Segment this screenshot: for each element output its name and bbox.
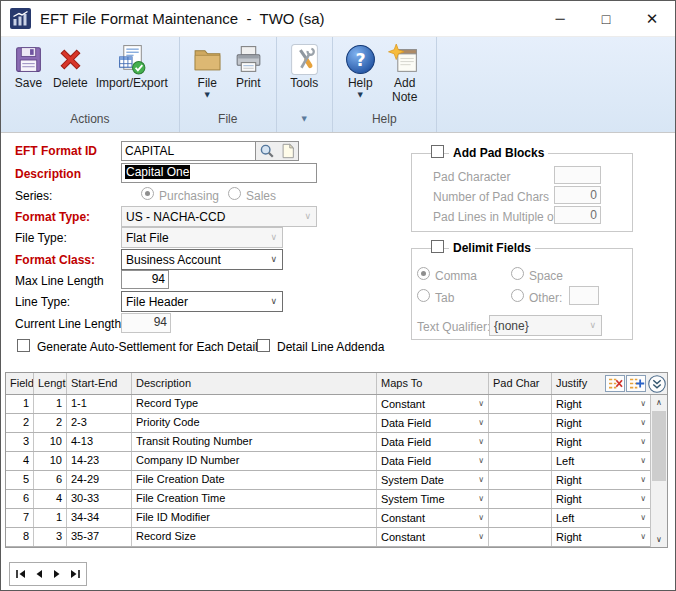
cell-start-end[interactable]: 34-34 <box>67 509 132 527</box>
chevron-down-icon: ∨ <box>270 255 282 264</box>
cell-pad-char[interactable] <box>489 395 552 413</box>
cell-length[interactable]: 10 <box>34 433 67 451</box>
scroll-up-button[interactable]: ∧ <box>651 395 667 410</box>
tools-button[interactable]: Tools <box>284 42 325 92</box>
line-type-dropdown[interactable]: File Header∨ <box>121 291 283 312</box>
delete-button[interactable]: Delete <box>49 42 92 92</box>
maps-to-dropdown[interactable]: Data Field∨ <box>377 452 489 470</box>
delimit-fields-checkbox[interactable] <box>431 240 444 253</box>
maps-to-value: Data Field <box>381 453 431 470</box>
maps-to-dropdown[interactable]: Constant∨ <box>377 395 489 413</box>
cell-description[interactable]: File Creation Date <box>132 471 377 489</box>
eft-format-id-input[interactable]: CAPITAL <box>122 142 256 160</box>
save-button[interactable]: Save <box>8 42 49 92</box>
format-class-dropdown[interactable]: Business Account∨ <box>121 249 283 270</box>
justify-value: Right <box>556 529 582 546</box>
cell-start-end[interactable]: 35-37 <box>67 528 132 546</box>
cell-length[interactable]: 3 <box>34 528 67 546</box>
cell-field[interactable]: 5 <box>6 471 34 489</box>
expand-rows-button[interactable] <box>648 375 666 393</box>
cell-pad-char[interactable] <box>489 452 552 470</box>
cell-field[interactable]: 8 <box>6 528 34 546</box>
scrollbar-thumb[interactable] <box>652 411 666 481</box>
cell-field[interactable]: 4 <box>6 452 34 470</box>
cell-length[interactable]: 4 <box>34 490 67 508</box>
cell-length[interactable]: 1 <box>34 509 67 527</box>
ribbon-group-label-tools[interactable]: ▼ <box>277 113 332 132</box>
cell-pad-char[interactable] <box>489 433 552 451</box>
maximize-button[interactable]: □ <box>583 1 629 36</box>
maps-to-dropdown[interactable]: Data Field∨ <box>377 433 489 451</box>
cell-field[interactable]: 6 <box>6 490 34 508</box>
last-record-button[interactable] <box>68 568 82 580</box>
delete-row-icon <box>607 377 624 390</box>
import-export-button[interactable]: Import/Export <box>92 42 172 92</box>
cell-pad-char[interactable] <box>489 509 552 527</box>
justify-dropdown[interactable]: Left∨ <box>552 452 650 470</box>
detail-line-addenda-checkbox[interactable] <box>257 339 270 352</box>
cell-description[interactable]: Company ID Number <box>132 452 377 470</box>
close-button[interactable]: ✕ <box>629 1 675 36</box>
cell-field[interactable]: 3 <box>6 433 34 451</box>
help-button[interactable]: ? Help ▼ <box>340 42 381 100</box>
max-line-length-input[interactable]: 94 <box>121 270 169 289</box>
delimit-fields-label: Delimit Fields <box>449 241 535 255</box>
maps-to-dropdown[interactable]: Data Field∨ <box>377 414 489 432</box>
cell-description[interactable]: Priority Code <box>132 414 377 432</box>
maps-to-dropdown[interactable]: System Date∨ <box>377 471 489 489</box>
justify-dropdown[interactable]: Right∨ <box>552 433 650 451</box>
cell-description[interactable]: Record Type <box>132 395 377 413</box>
cell-start-end[interactable]: 24-29 <box>67 471 132 489</box>
maps-to-dropdown[interactable]: Constant∨ <box>377 528 489 546</box>
add-note-button[interactable]: Add Note <box>381 42 429 106</box>
next-record-button[interactable] <box>50 568 64 580</box>
cell-pad-char[interactable] <box>489 490 552 508</box>
cell-start-end[interactable]: 1-1 <box>67 395 132 413</box>
cell-pad-char[interactable] <box>489 471 552 489</box>
justify-dropdown[interactable]: Left∨ <box>552 509 650 527</box>
format-class-value: Business Account <box>126 253 221 267</box>
previous-record-button[interactable] <box>32 568 46 580</box>
note-button[interactable] <box>277 142 298 160</box>
minimize-button[interactable]: ─ <box>537 1 583 36</box>
cell-start-end[interactable]: 2-3 <box>67 414 132 432</box>
print-button[interactable]: Print <box>228 42 269 92</box>
maps-to-dropdown[interactable]: Constant∨ <box>377 509 489 527</box>
justify-dropdown[interactable]: Right∨ <box>552 471 650 489</box>
cell-start-end[interactable]: 30-33 <box>67 490 132 508</box>
chevron-down-icon: ∨ <box>478 400 488 408</box>
maps-to-dropdown[interactable]: System Time∨ <box>377 490 489 508</box>
first-record-button[interactable] <box>14 568 28 580</box>
justify-dropdown[interactable]: Right∨ <box>552 528 650 546</box>
cell-description[interactable]: File Creation Time <box>132 490 377 508</box>
delete-button-label: Delete <box>53 77 88 91</box>
insert-row-button[interactable] <box>626 375 646 392</box>
cell-start-end[interactable]: 4-13 <box>67 433 132 451</box>
cell-length[interactable]: 6 <box>34 471 67 489</box>
cell-pad-char[interactable] <box>489 528 552 546</box>
justify-dropdown[interactable]: Right∨ <box>552 490 650 508</box>
delimiter-space-label: Space <box>529 269 563 283</box>
cell-length[interactable]: 10 <box>34 452 67 470</box>
cell-field[interactable]: 1 <box>6 395 34 413</box>
cell-field[interactable]: 2 <box>6 414 34 432</box>
grid-scrollbar[interactable]: ∧ ∨ <box>650 395 667 547</box>
cell-description[interactable]: Record Size <box>132 528 377 546</box>
justify-dropdown[interactable]: Right∨ <box>552 395 650 413</box>
generate-auto-settlement-checkbox[interactable] <box>17 339 30 352</box>
add-pad-blocks-checkbox[interactable] <box>431 145 444 158</box>
cell-pad-char[interactable] <box>489 414 552 432</box>
justify-dropdown[interactable]: Right∨ <box>552 414 650 432</box>
file-button[interactable]: File ▼ <box>187 42 228 100</box>
lookup-button[interactable] <box>256 142 277 160</box>
delete-row-button[interactable] <box>605 375 625 392</box>
delimiter-space-radio <box>511 267 524 280</box>
description-input[interactable]: Capital One <box>121 163 317 183</box>
cell-field[interactable]: 7 <box>6 509 34 527</box>
cell-length[interactable]: 2 <box>34 414 67 432</box>
cell-description[interactable]: File ID Modifier <box>132 509 377 527</box>
cell-start-end[interactable]: 14-23 <box>67 452 132 470</box>
scroll-down-button[interactable]: ∨ <box>651 532 667 547</box>
cell-length[interactable]: 1 <box>34 395 67 413</box>
cell-description[interactable]: Transit Routing Number <box>132 433 377 451</box>
